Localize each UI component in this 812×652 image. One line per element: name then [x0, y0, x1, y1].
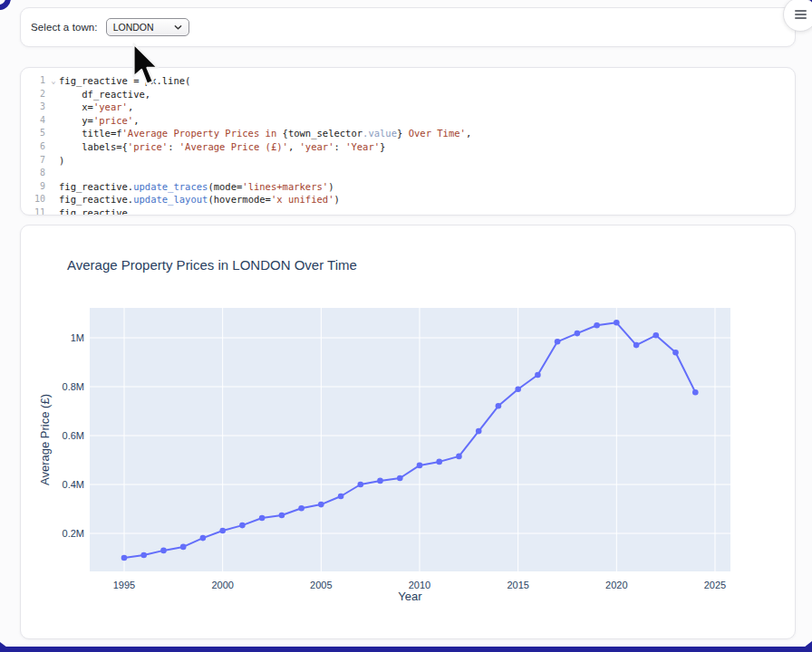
data-point-marker[interactable] [239, 523, 246, 529]
town-select-label: Select a town: [31, 22, 98, 33]
data-point-marker[interactable] [456, 454, 462, 460]
code-line: 10fig_reactive.update_layout(hovermode='… [21, 193, 795, 206]
x-tick-label: 2015 [507, 580, 528, 590]
line-number: 7 [21, 154, 48, 168]
data-point-marker[interactable] [633, 342, 640, 349]
data-point-marker[interactable] [417, 463, 423, 469]
chart-card: 0.2M0.4M0.6M0.8M1M1995200020052010201520… [20, 225, 796, 639]
gutter-spacer [48, 193, 59, 206]
data-point-marker[interactable] [298, 505, 304, 512]
line-number: 9 [21, 180, 48, 194]
code-text: fig_reactive [59, 206, 128, 216]
data-point-marker[interactable] [614, 320, 620, 326]
code-text: fig_reactive.update_layout(hovermode='x … [59, 193, 340, 206]
x-tick-label: 2020 [605, 580, 627, 590]
notebook-page: Select a town: LONDON 1⌄fig_reactive = p… [0, 0, 812, 652]
code-line: 8 [21, 167, 795, 180]
data-point-marker[interactable] [219, 528, 226, 534]
code-text: x='year', [59, 101, 133, 114]
x-tick-label: 2005 [310, 580, 332, 590]
corner-logo-arc [0, 0, 15, 12]
gutter-spacer [48, 101, 59, 114]
data-point-marker[interactable] [515, 386, 521, 392]
data-point-marker[interactable] [377, 478, 383, 484]
data-point-marker[interactable] [692, 389, 699, 396]
line-number: 1 [21, 74, 48, 88]
gutter-spacer [48, 167, 59, 180]
data-point-marker[interactable] [318, 502, 324, 508]
data-point-marker[interactable] [496, 403, 502, 409]
line-number: 2 [21, 88, 48, 101]
code-line: 5 title=f'Average Property Prices in {to… [21, 127, 795, 140]
x-tick-label: 1995 [113, 580, 135, 590]
code-text: ) [59, 154, 64, 168]
code-text: df_reactive, [59, 88, 150, 101]
control-card: Select a town: LONDON [20, 7, 796, 47]
y-tick-label: 0.4M [63, 479, 84, 490]
plotly-chart[interactable]: 0.2M0.4M0.6M0.8M1M1995200020052010201520… [21, 225, 795, 638]
y-tick-label: 0.8M [63, 381, 84, 392]
gutter-spacer [48, 127, 59, 140]
line-number: 11 [21, 206, 48, 216]
gutter-spacer [48, 180, 59, 194]
gutter-spacer [48, 140, 59, 154]
line-number: 3 [21, 101, 48, 114]
fold-chevron-icon[interactable]: ⌄ [48, 74, 59, 88]
code-line: 4 y='price', [21, 114, 795, 128]
data-point-marker[interactable] [140, 552, 147, 559]
data-point-marker[interactable] [594, 322, 600, 329]
line-number: 8 [21, 167, 48, 180]
data-point-marker[interactable] [653, 332, 660, 339]
data-point-marker[interactable] [397, 475, 403, 482]
code-text: fig_reactive.update_traces(mode='lines+m… [59, 180, 334, 194]
code-text: fig_reactive = px.line( [59, 74, 190, 88]
y-tick-label: 0.2M [63, 528, 84, 539]
line-number: 5 [21, 127, 48, 140]
chart-title: Average Property Prices in LONDON Over T… [67, 257, 357, 273]
data-point-marker[interactable] [555, 339, 561, 345]
data-point-marker[interactable] [338, 494, 344, 500]
code-line: 9fig_reactive.update_traces(mode='lines+… [21, 180, 795, 194]
code-editor[interactable]: 1⌄fig_reactive = px.line(2 df_reactive,3… [20, 67, 796, 216]
hamburger-icon [795, 10, 807, 12]
town-select-dropdown[interactable]: LONDON [106, 18, 189, 36]
data-point-marker[interactable] [180, 544, 187, 551]
code-line: 7) [21, 154, 795, 168]
x-tick-label: 2000 [211, 580, 233, 590]
code-text: labels={'price': 'Average Price (£)', 'y… [59, 140, 385, 154]
plot-area[interactable] [90, 308, 730, 571]
code-line: 3 x='year', [21, 101, 795, 114]
x-tick-label: 2025 [704, 580, 726, 590]
data-point-marker[interactable] [259, 515, 266, 522]
code-line: 6 labels={'price': 'Average Price (£)', … [21, 140, 795, 154]
code-line: 1⌄fig_reactive = px.line( [21, 74, 795, 88]
chevron-down-icon [174, 24, 182, 32]
y-axis-title: Average Price (£) [38, 394, 52, 485]
data-point-marker[interactable] [436, 459, 442, 465]
x-axis-title: Year [398, 590, 422, 603]
line-number: 6 [21, 140, 48, 154]
data-point-marker[interactable] [358, 482, 364, 488]
data-point-marker[interactable] [476, 428, 482, 435]
y-tick-label: 0.6M [63, 430, 84, 441]
data-point-marker[interactable] [200, 535, 207, 542]
line-number: 4 [21, 114, 48, 128]
code-line: 2 df_reactive, [21, 88, 795, 101]
gutter-spacer [48, 154, 59, 168]
code-text: title=f'Average Property Prices in {town… [59, 127, 471, 140]
code-lines: 1⌄fig_reactive = px.line(2 df_reactive,3… [21, 74, 795, 216]
data-point-marker[interactable] [121, 555, 128, 561]
gutter-spacer [48, 88, 59, 101]
code-text: y='price', [59, 114, 140, 128]
data-point-marker[interactable] [575, 331, 581, 337]
y-tick-label: 1M [71, 332, 84, 343]
town-select-value: LONDON [113, 22, 154, 33]
gutter-spacer [48, 114, 59, 128]
data-point-marker[interactable] [160, 548, 167, 554]
gutter-spacer [48, 206, 59, 216]
data-point-marker[interactable] [279, 513, 285, 519]
data-point-marker[interactable] [672, 350, 679, 356]
data-point-marker[interactable] [535, 372, 541, 379]
line-number: 10 [21, 193, 48, 206]
code-line: 11fig_reactive [21, 206, 795, 216]
